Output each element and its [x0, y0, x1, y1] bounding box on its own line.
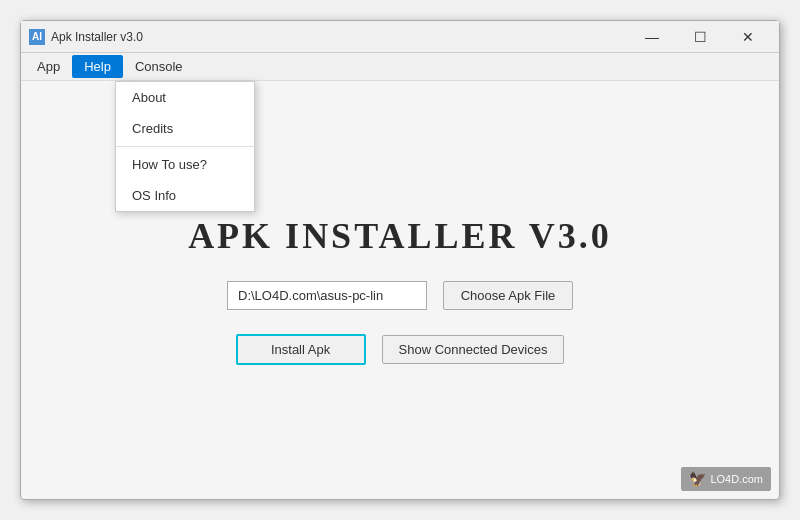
- menu-item-help[interactable]: Help: [72, 55, 123, 78]
- install-apk-button[interactable]: Install Apk: [236, 334, 366, 365]
- choose-apk-button[interactable]: Choose Apk File: [443, 281, 573, 310]
- dropdown-separator: [116, 146, 254, 147]
- menu-bar: App Help Console About Credits How To us…: [21, 53, 779, 81]
- dropdown-item-credits[interactable]: Credits: [116, 113, 254, 144]
- help-dropdown: About Credits How To use? OS Info: [115, 81, 255, 212]
- watermark: 🦅 LO4D.com: [681, 467, 771, 491]
- menu-item-console[interactable]: Console: [123, 55, 195, 78]
- title-bar: AI Apk Installer v3.0 — ☐ ✕: [21, 21, 779, 53]
- dropdown-item-osinfo[interactable]: OS Info: [116, 180, 254, 211]
- app-icon-text: AI: [32, 31, 42, 42]
- app-title: APK INSTALLER V3.0: [188, 215, 612, 257]
- dropdown-item-howto[interactable]: How To use?: [116, 149, 254, 180]
- title-bar-controls: — ☐ ✕: [629, 23, 771, 51]
- close-button[interactable]: ✕: [725, 23, 771, 51]
- watermark-icon: 🦅: [689, 471, 706, 487]
- show-devices-button[interactable]: Show Connected Devices: [382, 335, 565, 364]
- app-icon: AI: [29, 29, 45, 45]
- title-bar-text: Apk Installer v3.0: [51, 30, 629, 44]
- action-row: Install Apk Show Connected Devices: [236, 334, 565, 365]
- maximize-button[interactable]: ☐: [677, 23, 723, 51]
- minimize-button[interactable]: —: [629, 23, 675, 51]
- dropdown-item-about[interactable]: About: [116, 82, 254, 113]
- file-row: Choose Apk File: [227, 281, 573, 310]
- app-window: AI Apk Installer v3.0 — ☐ ✕ App Help Con…: [20, 20, 780, 500]
- menu-item-app[interactable]: App: [25, 55, 72, 78]
- file-path-input[interactable]: [227, 281, 427, 310]
- watermark-label: LO4D.com: [710, 473, 763, 485]
